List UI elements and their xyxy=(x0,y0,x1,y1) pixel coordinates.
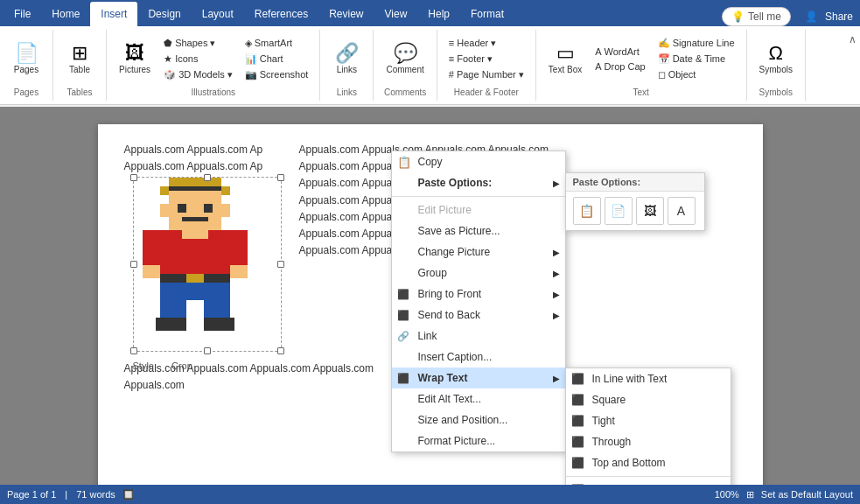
tab-references[interactable]: References xyxy=(244,2,318,26)
links-button[interactable]: 🔗 Links xyxy=(327,41,366,77)
footer-icon: ≡ xyxy=(449,53,454,64)
comments-group-label: Comments xyxy=(384,86,426,99)
ctx-copy-label: Copy xyxy=(418,156,443,168)
document-area: Appuals.com Appuals.com Appuals.com Appu… xyxy=(0,107,860,485)
header-button[interactable]: ≡ Header ▾ xyxy=(444,36,528,51)
symbols-icon: Ω xyxy=(769,44,783,63)
table-label: Table xyxy=(69,65,90,74)
svg-rect-11 xyxy=(230,230,248,265)
comment-label: Comment xyxy=(386,65,423,74)
datetime-button[interactable]: 📅 Date & Time xyxy=(654,52,739,66)
svg-rect-6 xyxy=(160,204,169,217)
ctx-send-to-back[interactable]: ⬛ Send to Back ▶ xyxy=(392,304,565,326)
smartart-button[interactable]: ◈ SmartArt xyxy=(241,36,313,51)
tab-format[interactable]: Format xyxy=(460,2,514,26)
ctx-edit-picture-label: Edit Picture xyxy=(418,204,472,216)
signature-button[interactable]: ✍ Signature Line xyxy=(654,36,739,51)
svg-rect-5 xyxy=(182,217,208,221)
tab-insert[interactable]: Insert xyxy=(90,2,137,26)
paste-keep-source[interactable]: 📋 xyxy=(573,197,601,225)
pages-group-label: Pages xyxy=(14,86,38,99)
accessibility-icon[interactable]: 🔲 xyxy=(122,489,135,500)
tab-help[interactable]: Help xyxy=(417,2,460,26)
ctx-change-picture[interactable]: Change Picture ▶ xyxy=(392,242,565,262)
symbols-button[interactable]: Ω Symbols xyxy=(754,41,798,77)
paste-text-only[interactable]: A xyxy=(668,197,696,225)
handle-tr[interactable] xyxy=(277,174,284,181)
svg-rect-4 xyxy=(204,204,213,213)
svg-rect-13 xyxy=(230,265,248,278)
sub-top-bottom[interactable]: ⬛ Top and Bottom xyxy=(566,452,731,473)
handle-bl[interactable] xyxy=(130,347,137,354)
icons-button[interactable]: ★ Icons xyxy=(159,52,237,66)
page-number-button[interactable]: # Page Number ▾ xyxy=(444,67,528,82)
sub-tight[interactable]: ⬛ Tight xyxy=(566,410,731,431)
ctx-save-as-picture[interactable]: Save as Picture... xyxy=(392,220,565,242)
ctx-edit-alt-text-label: Edit Alt Text... xyxy=(418,393,481,405)
handle-ml[interactable] xyxy=(130,261,137,268)
footer-button[interactable]: ≡ Footer ▾ xyxy=(444,52,528,66)
sub-behind-text[interactable]: ⬛ Behind Text xyxy=(566,480,731,485)
textbox-button[interactable]: ▭ Text Box xyxy=(543,41,587,77)
ctx-insert-caption[interactable]: Insert Caption... xyxy=(392,346,565,368)
group-links: 🔗 Links Links xyxy=(320,30,374,101)
sub-through[interactable]: ⬛ Through xyxy=(566,431,731,452)
image-container[interactable] xyxy=(133,177,282,352)
tab-home[interactable]: Home xyxy=(41,2,90,26)
tab-layout[interactable]: Layout xyxy=(192,2,244,26)
sub-behind-text-label: Behind Text xyxy=(592,484,647,485)
tab-view[interactable]: View xyxy=(374,2,418,26)
collapse-ribbon-icon[interactable]: ∧ xyxy=(849,33,857,46)
ctx-copy[interactable]: 📋 Copy xyxy=(392,151,565,172)
ctx-paste-options[interactable]: Paste Options: ▶ Paste Options: 📋 📄 🖼 A xyxy=(392,172,565,193)
set-default-layout[interactable]: Set as Default Layout xyxy=(761,489,853,500)
behind-text-icon: ⬛ xyxy=(571,484,584,485)
style-label: Style xyxy=(133,360,154,371)
svg-rect-9 xyxy=(182,230,208,239)
ctx-edit-picture: Edit Picture xyxy=(392,200,565,220)
sub-inline[interactable]: ⬛ In Line with Text xyxy=(566,368,731,389)
ribbon-content: 📄 Pages Pages ⊞ Table Tables 🖼 Pictures … xyxy=(0,26,860,105)
ctx-edit-alt-text[interactable]: Edit Alt Text... xyxy=(392,388,565,410)
sub-inline-label: In Line with Text xyxy=(592,373,668,385)
handle-bm[interactable] xyxy=(204,347,211,354)
shapes-button[interactable]: ⬟ Shapes ▾ xyxy=(159,36,237,51)
wordart-button[interactable]: A WordArt xyxy=(591,45,649,59)
ctx-group[interactable]: Group ▶ xyxy=(392,262,565,284)
table-button[interactable]: ⊞ Table xyxy=(60,41,99,77)
share-label[interactable]: Share xyxy=(825,10,853,23)
smartart-icon: ◈ xyxy=(245,38,252,49)
object-button[interactable]: ◻ Object xyxy=(654,67,739,82)
handle-tl[interactable] xyxy=(130,174,137,181)
ctx-link[interactable]: 🔗 Link xyxy=(392,326,565,346)
group-symbols: Ω Symbols Symbols xyxy=(747,30,806,101)
pages-button[interactable]: 📄 Pages xyxy=(7,41,45,77)
pictures-button[interactable]: 🖼 Pictures xyxy=(114,41,156,77)
tab-review[interactable]: Review xyxy=(318,2,374,26)
layout-icon[interactable]: ⊞ xyxy=(746,489,754,500)
ctx-size-position[interactable]: Size and Position... xyxy=(392,410,565,430)
tell-me-box[interactable]: 💡 Tell me xyxy=(722,7,791,26)
sub-square[interactable]: ⬛ Square xyxy=(566,389,731,410)
handle-mr[interactable] xyxy=(277,261,284,268)
comment-button[interactable]: 💬 Comment xyxy=(381,41,429,77)
ctx-wrap-text[interactable]: ⬛ Wrap Text ▶ ⬛ In Line with Text ⬛ Squa… xyxy=(392,368,565,388)
bring-to-front-arrow: ▶ xyxy=(553,290,560,299)
handle-tm[interactable] xyxy=(204,174,211,181)
ctx-bring-to-front[interactable]: ⬛ Bring to Front ▶ xyxy=(392,284,565,304)
inline-icon: ⬛ xyxy=(571,373,584,385)
paste-picture[interactable]: 🖼 xyxy=(636,197,664,225)
ctx-format-picture[interactable]: Format Picture... xyxy=(392,430,565,452)
tab-design[interactable]: Design xyxy=(137,2,191,26)
screenshot-button[interactable]: 📷 Screenshot xyxy=(241,67,313,82)
doc-text-left-top: Appuals.com Appuals.com Ap Appuals.com A… xyxy=(124,142,290,175)
link-icon: 🔗 xyxy=(397,331,409,342)
paste-merge[interactable]: 📄 xyxy=(605,197,633,225)
dropcap-button[interactable]: A Drop Cap xyxy=(591,60,649,74)
share-icon: 👤 xyxy=(805,10,818,23)
chart-button[interactable]: 📊 Chart xyxy=(241,52,313,66)
tab-file[interactable]: File xyxy=(3,2,41,26)
handle-br[interactable] xyxy=(277,347,284,354)
square-icon: ⬛ xyxy=(571,394,584,406)
3d-models-button[interactable]: 🎲 3D Models ▾ xyxy=(159,67,237,82)
